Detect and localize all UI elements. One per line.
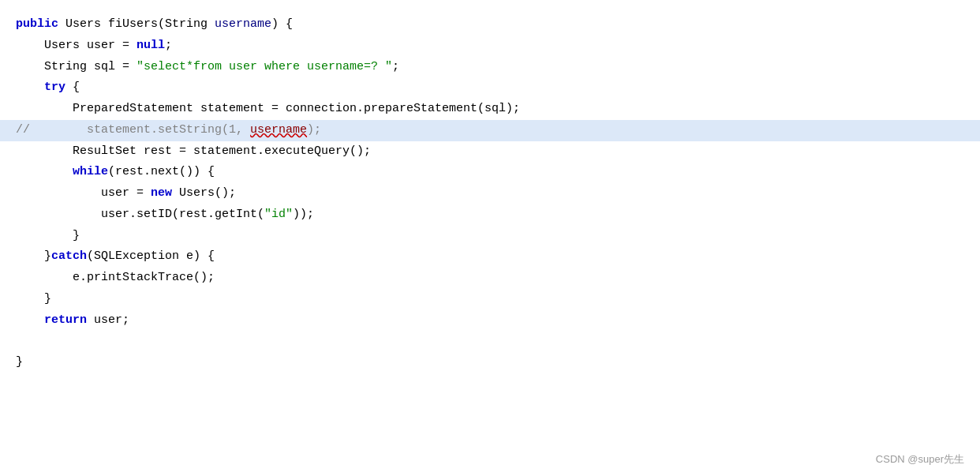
- code-segment: Users: [65, 15, 108, 35]
- code-segment: while: [16, 163, 108, 182]
- code-segment: Users user =: [16, 36, 137, 56]
- code-line: return user;: [16, 310, 964, 332]
- code-line: PreparedStatement statement = connection…: [16, 99, 964, 120]
- code-segment: username: [250, 121, 307, 141]
- code-segment: }: [16, 353, 23, 373]
- code-line: }: [16, 352, 964, 373]
- code-segment: ;: [392, 58, 399, 77]
- code-segment: {: [73, 78, 80, 98]
- code-segment: }: [16, 247, 51, 267]
- code-segment: user.setID(rest.getInt(: [16, 205, 264, 225]
- code-line: try {: [16, 77, 964, 99]
- code-line: e.printStackTrace();: [16, 268, 964, 289]
- code-line: user = new Users();: [16, 183, 964, 204]
- code-segment: ception e) {: [129, 247, 215, 267]
- code-segment: fiUsers: [108, 15, 158, 35]
- code-line: public Users fiUsers(String username) {: [16, 14, 964, 36]
- code-segment: user;: [94, 311, 129, 331]
- code-segment: );: [307, 121, 321, 141]
- code-segment: String: [165, 15, 215, 35]
- code-segment: username: [215, 15, 271, 35]
- code-segment: public: [16, 15, 65, 35]
- code-segment: (: [158, 15, 165, 35]
- code-segment: String sql =: [16, 58, 137, 77]
- code-segment: e.printStackTrace();: [16, 268, 215, 288]
- code-segment: new: [151, 184, 179, 204]
- watermark: CSDN @super先生: [876, 452, 964, 467]
- code-segment: ResultSet rest = statement.executeQuery(…: [16, 142, 371, 162]
- code-line: while(rest.next()) {: [16, 162, 964, 183]
- code-line: ResultSet rest = statement.executeQuery(…: [16, 141, 964, 163]
- code-segment: ) {: [271, 15, 293, 35]
- code-segment: }: [16, 227, 80, 246]
- code-segment: (SQLEx: [87, 247, 129, 267]
- code-line: [16, 331, 964, 352]
- code-segment: catch: [51, 247, 87, 267]
- code-segment: "id": [264, 205, 293, 225]
- code-segment: null: [137, 36, 165, 56]
- code-segment: (rest.next()) {: [108, 163, 215, 182]
- code-line: user.setID(rest.getInt("id"));: [16, 204, 964, 226]
- code-line: // statement.setString(1, username);: [0, 120, 980, 141]
- code-segment: "select*from user where username=? ": [137, 58, 392, 77]
- code-line: }: [16, 226, 964, 247]
- code-segment: Users();: [179, 184, 236, 204]
- code-container: public Users fiUsers(String username) { …: [0, 0, 980, 476]
- code-segment: return: [16, 311, 94, 331]
- code-segment: }: [16, 290, 51, 309]
- code-line: }: [16, 289, 964, 310]
- code-segment: PreparedStatement statement = connection…: [16, 99, 520, 119]
- code-segment: user =: [16, 184, 151, 204]
- code-line: String sql = "select*from user where use…: [16, 57, 964, 78]
- code-line: }catch(SQLException e) {: [16, 246, 964, 268]
- code-line: Users user = null;: [16, 36, 964, 57]
- code-segment: ;: [165, 36, 172, 56]
- code-segment: // statement.setString(1,: [16, 121, 250, 141]
- code-segment: try: [16, 78, 73, 98]
- code-block: public Users fiUsers(String username) { …: [16, 14, 964, 373]
- code-segment: ));: [293, 205, 314, 225]
